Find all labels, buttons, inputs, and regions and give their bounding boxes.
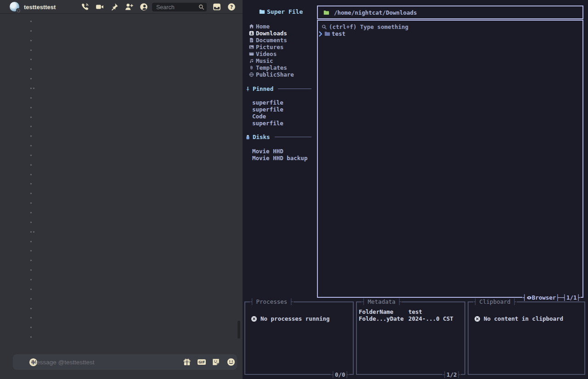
message-input[interactable] xyxy=(31,354,169,370)
pinned-messages-icon[interactable] xyxy=(110,3,119,11)
sidebar-item-templates[interactable]: Templates xyxy=(249,64,294,71)
eye-icon xyxy=(526,295,532,301)
chat-message-dot xyxy=(30,155,32,156)
sidebar-item-pictures[interactable]: Pictures xyxy=(249,44,294,50)
metadata-key: FolderName xyxy=(359,308,408,315)
file-row-test[interactable]: test xyxy=(319,30,345,37)
processes-empty-message: No processes running xyxy=(251,315,330,322)
status-indicator xyxy=(16,8,20,12)
help-icon[interactable]: ? xyxy=(227,3,236,11)
pinned-item[interactable]: superfile xyxy=(252,120,283,127)
chat-message-dot xyxy=(30,117,32,118)
divider xyxy=(275,137,311,137)
chat-message-dot xyxy=(30,21,32,22)
chat-message-dot xyxy=(30,250,32,251)
sidebar-item-documents[interactable]: Documents xyxy=(249,37,294,44)
metadata-title: ┤Metadata├ xyxy=(362,299,401,305)
sidebar-item-home[interactable]: Home xyxy=(249,23,294,30)
file-browser-panel: (ctrl+f) Type something test ┤ Browser ├… xyxy=(317,20,583,298)
search-box[interactable] xyxy=(152,3,207,11)
svg-text:GIF: GIF xyxy=(198,360,205,364)
processes-title: ┤Processes├ xyxy=(250,299,294,305)
metadata-counter: ┤1/2├ xyxy=(442,372,461,378)
x-circle-icon xyxy=(251,316,257,322)
chat-message-dot xyxy=(30,126,32,127)
inbox-icon[interactable] xyxy=(213,3,221,11)
music-icon xyxy=(249,58,254,63)
sidebar-item-music[interactable]: Music xyxy=(249,57,294,64)
voice-call-icon[interactable] xyxy=(81,3,89,11)
metadata-key: Folde...yDate xyxy=(359,315,408,322)
disk-item[interactable]: Movie HHD xyxy=(252,148,307,155)
chat-message-dot xyxy=(30,40,32,41)
gif-picker-icon[interactable]: GIF xyxy=(197,358,206,366)
chat-message-dot xyxy=(30,298,32,300)
chat-message-dot xyxy=(30,279,32,280)
metadata-rows: FolderNametest Folde...yDate2024-...0 CS… xyxy=(359,308,453,322)
disk-icon xyxy=(245,134,250,140)
user-profile-icon[interactable] xyxy=(140,3,148,11)
chat-message-dot xyxy=(30,241,32,242)
sidebar-item-downloads[interactable]: Downloads xyxy=(249,30,294,37)
superfile-terminal: Super File Home Downloads Documents Pict… xyxy=(243,0,588,379)
dm-header: testtesttest ? xyxy=(0,0,243,14)
page-indicator: 1/1 xyxy=(566,295,577,301)
file-search-bar[interactable]: (ctrl+f) Type something xyxy=(322,23,408,30)
avatar[interactable] xyxy=(10,2,19,11)
emoji-icon[interactable] xyxy=(227,358,235,366)
chat-message-dot xyxy=(30,269,32,271)
file-folder-icon xyxy=(324,31,330,37)
file-search-icon xyxy=(322,24,327,30)
picture-icon xyxy=(249,45,254,50)
app-folder-icon xyxy=(259,9,265,15)
globe-icon xyxy=(249,72,254,77)
search-icon xyxy=(198,4,204,10)
clipboard-title: ┤Clipboard├ xyxy=(473,299,517,305)
gift-icon[interactable] xyxy=(183,358,191,366)
video-call-icon[interactable] xyxy=(96,3,104,11)
chat-message-dot xyxy=(30,78,32,79)
pinned-item[interactable]: superfile xyxy=(252,99,283,106)
chat-message-dot xyxy=(30,193,32,194)
sidebar-nav: Home Downloads Documents Pictures Videos… xyxy=(249,23,294,78)
sidebar-item-videos[interactable]: Videos xyxy=(249,50,294,57)
clipboard-panel: ┤Clipboard├ No content in clipboard xyxy=(468,301,585,375)
paperclip-icon xyxy=(249,65,254,70)
chat-message-dot xyxy=(30,50,32,51)
metadata-panel: ┤Metadata├ FolderNametest Folde...yDate2… xyxy=(356,301,465,375)
pinned-list: superfile superfile Code superfile xyxy=(252,99,283,127)
pinned-item[interactable]: Code xyxy=(252,113,283,120)
processes-panel: ┤Processes├ No processes running ┤0/0├ xyxy=(244,301,354,375)
downloads-icon xyxy=(249,31,254,36)
chat-message-dot xyxy=(30,308,32,309)
chat-message-dot xyxy=(30,183,32,184)
chat-message-dot xyxy=(30,145,32,146)
chat-scrollbar[interactable] xyxy=(237,321,240,339)
disks-section-header: Disks xyxy=(245,134,311,140)
chat-message-dot xyxy=(30,260,32,261)
home-icon xyxy=(249,24,254,29)
pinned-section-header: Pinned xyxy=(245,85,311,92)
chat-message-dot xyxy=(30,231,34,233)
path-folder-icon xyxy=(323,10,329,16)
chat-message-dot xyxy=(30,289,32,290)
chat-message-dot xyxy=(30,164,32,166)
pinned-item[interactable]: superfile xyxy=(252,106,283,113)
chat-message-dot xyxy=(30,327,32,328)
chat-area xyxy=(0,14,243,354)
chat-message-dot xyxy=(30,59,32,60)
disk-item[interactable]: Movie HHD backup xyxy=(252,155,307,162)
search-input[interactable] xyxy=(156,4,196,11)
processes-counter: ┤0/0├ xyxy=(331,372,349,378)
chat-message-dot xyxy=(30,97,32,99)
dm-title: testtesttest xyxy=(24,4,56,11)
sidebar-item-publicshare[interactable]: PublicShare xyxy=(249,71,294,78)
chat-message-dot xyxy=(30,202,32,204)
discord-pane: testtesttest ? GIF xyxy=(0,0,243,379)
panel-mode-tag: ┤ Browser ├─┤ 1/1 ├ xyxy=(522,295,581,301)
divider xyxy=(278,89,311,89)
add-friend-icon[interactable] xyxy=(125,3,133,11)
video-icon xyxy=(249,51,254,56)
message-composer[interactable]: GIF xyxy=(13,354,237,370)
sticker-icon[interactable] xyxy=(212,358,220,366)
